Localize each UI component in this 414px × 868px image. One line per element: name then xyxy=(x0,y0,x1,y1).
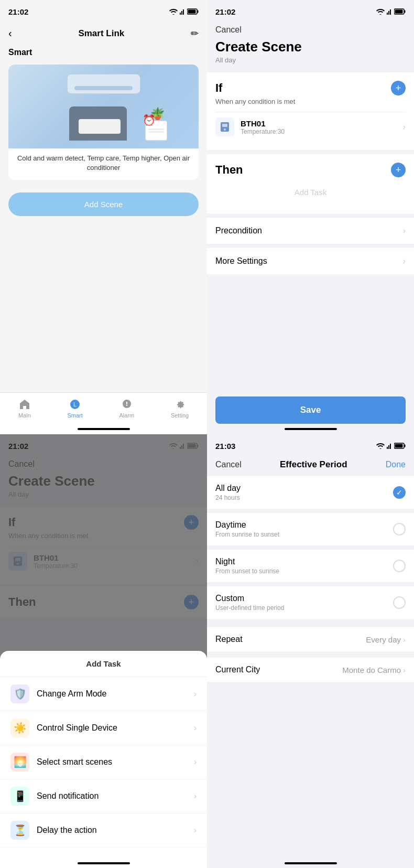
control-device-label: Control Single Device xyxy=(37,723,194,733)
radio-allday xyxy=(393,486,406,499)
more-settings-label: More Settings xyxy=(215,256,267,266)
save-button[interactable]: Save xyxy=(215,397,406,424)
precondition-row[interactable]: Precondition › xyxy=(207,218,414,244)
repeat-row[interactable]: Repeat Every day › xyxy=(207,627,414,651)
add-scene-button[interactable]: Add Scene xyxy=(8,192,199,216)
period-night-name: Night xyxy=(215,557,279,566)
if-section: If + When any condition is met BTH01 Tem… xyxy=(207,72,414,150)
condition-sub: When any condition is met xyxy=(215,98,406,105)
then-title: Then xyxy=(215,163,243,177)
status-icons-2 xyxy=(376,8,406,15)
nav-smart[interactable]: L Smart xyxy=(67,398,82,419)
screen-smart-link: 21:02 ‹ Smart Link ✏ Smart xyxy=(0,0,207,434)
svg-rect-4 xyxy=(198,10,199,13)
delay-label: Delay the action xyxy=(37,826,194,835)
nav-alarm-label: Alarm xyxy=(119,412,134,419)
sheet-item-delay[interactable]: ⏳ Delay the action › xyxy=(0,813,207,848)
then-add-button[interactable]: + xyxy=(391,163,406,177)
device-name-1: BTH01 xyxy=(241,119,403,128)
page-title-1: Smart Link xyxy=(78,28,124,39)
precondition-label: Precondition xyxy=(215,226,262,235)
device-icon-1 xyxy=(215,117,234,136)
arm-mode-icon: 🛡️ xyxy=(10,684,29,703)
svg-rect-26 xyxy=(387,447,388,449)
svg-rect-31 xyxy=(395,444,403,448)
svg-rect-9 xyxy=(388,11,389,15)
signal-icon-1 xyxy=(180,8,185,15)
alarm-icon xyxy=(121,398,133,411)
nav-setting[interactable]: Setting xyxy=(171,398,189,419)
control-device-icon: ☀️ xyxy=(10,719,29,737)
spacer-4 xyxy=(207,621,414,625)
city-value-text: Monte do Carmo xyxy=(342,666,401,674)
add-task-sheet: Add Task 🛡️ Change Arm Mode › ☀️ Control… xyxy=(0,651,207,868)
period-night[interactable]: Night From sunset to sunrise xyxy=(207,550,414,582)
if-section-header: If + xyxy=(215,81,406,95)
delay-chevron: › xyxy=(194,826,197,835)
effective-period-title: Effective Period xyxy=(280,459,347,470)
period-custom[interactable]: Custom User-defined time period xyxy=(207,586,414,619)
delay-icon: ⏳ xyxy=(10,821,29,840)
device-info-1: BTH01 Temperature:30 xyxy=(241,119,403,135)
more-settings-row[interactable]: More Settings › xyxy=(207,248,414,274)
smart-card: 🪴 ⏰ Cold and warm detect, Temp care, Tem… xyxy=(8,65,199,180)
svg-rect-30 xyxy=(405,445,406,447)
arm-mode-chevron: › xyxy=(194,689,197,699)
nav-alarm[interactable]: Alarm xyxy=(119,398,134,419)
nav-main[interactable]: Main xyxy=(18,398,31,419)
sheet-item-control-device[interactable]: ☀️ Control Single Device › xyxy=(0,711,207,745)
svg-rect-1 xyxy=(181,11,182,15)
sheet-item-arm-mode[interactable]: 🛡️ Change Arm Mode › xyxy=(0,677,207,711)
period-daytime[interactable]: Daytime From sunrise to sunset xyxy=(207,513,414,545)
cancel-button-4[interactable]: Cancel xyxy=(215,460,242,469)
s4-nav: Cancel Effective Period Done xyxy=(207,457,414,474)
edit-icon[interactable]: ✏ xyxy=(191,28,199,39)
smart-scenes-label: Select smart scenes xyxy=(37,757,194,767)
smart-card-text: Cold and warm detect, Temp care, Temp hi… xyxy=(8,148,199,180)
home-indicator-4 xyxy=(285,862,337,864)
time-1: 21:02 xyxy=(8,7,28,16)
smart-label: Smart xyxy=(0,44,207,60)
screen-effective-period: 21:03 Cancel Effective Period Done All d… xyxy=(207,434,414,868)
back-icon[interactable]: ‹ xyxy=(8,27,12,39)
screen-create-scene-sheet: 21:02 Cancel Create Scene All day If + W… xyxy=(0,434,207,868)
sheet-item-notification[interactable]: 📱 Send notification › xyxy=(0,779,207,813)
repeat-label: Repeat xyxy=(215,635,243,644)
cancel-button-2[interactable]: Cancel xyxy=(215,25,242,35)
home-indicator-2 xyxy=(285,428,337,430)
svg-text:L: L xyxy=(73,401,77,408)
repeat-chevron: › xyxy=(403,635,406,644)
notification-label: Send notification xyxy=(37,791,194,801)
smart-scenes-chevron: › xyxy=(194,757,197,767)
period-custom-name: Custom xyxy=(215,594,284,603)
city-row[interactable]: Current City Monte do Carmo › xyxy=(207,658,414,682)
create-scene-title-2: Create Scene xyxy=(207,39,414,56)
screen-create-scene: 21:02 Cancel Create Scene All day If + xyxy=(207,0,414,434)
period-allday-sub: 24 hours xyxy=(215,494,241,501)
home-indicator-1 xyxy=(78,428,130,430)
period-allday[interactable]: All day 24 hours xyxy=(207,476,414,509)
done-button[interactable]: Done xyxy=(386,460,406,469)
device-row-1[interactable]: BTH01 Temperature:30 › xyxy=(215,112,406,142)
sheet-item-smart-scenes[interactable]: 🌅 Select smart scenes › xyxy=(0,745,207,779)
period-daytime-info: Daytime From sunrise to sunset xyxy=(215,520,279,538)
precondition-chevron: › xyxy=(403,226,406,235)
signal-icon-2 xyxy=(387,8,392,15)
repeat-value-text: Every day xyxy=(366,635,401,644)
nav-main-label: Main xyxy=(18,412,31,419)
period-daytime-sub: From sunrise to sunset xyxy=(215,531,279,538)
device-detail-1: Temperature:30 xyxy=(241,128,403,135)
period-daytime-name: Daytime xyxy=(215,520,279,530)
svg-point-16 xyxy=(224,128,226,131)
wifi-icon-2 xyxy=(376,8,385,15)
device-chevron-1: › xyxy=(403,122,406,132)
period-allday-name: All day xyxy=(215,484,241,493)
svg-rect-8 xyxy=(387,13,388,15)
more-settings-chevron: › xyxy=(403,256,406,266)
svg-rect-15 xyxy=(222,124,227,127)
time-2: 21:02 xyxy=(215,7,235,16)
time-4: 21:03 xyxy=(215,442,235,451)
period-allday-info: All day 24 hours xyxy=(215,484,241,501)
notification-icon: 📱 xyxy=(10,787,29,806)
if-add-button[interactable]: + xyxy=(391,81,406,95)
